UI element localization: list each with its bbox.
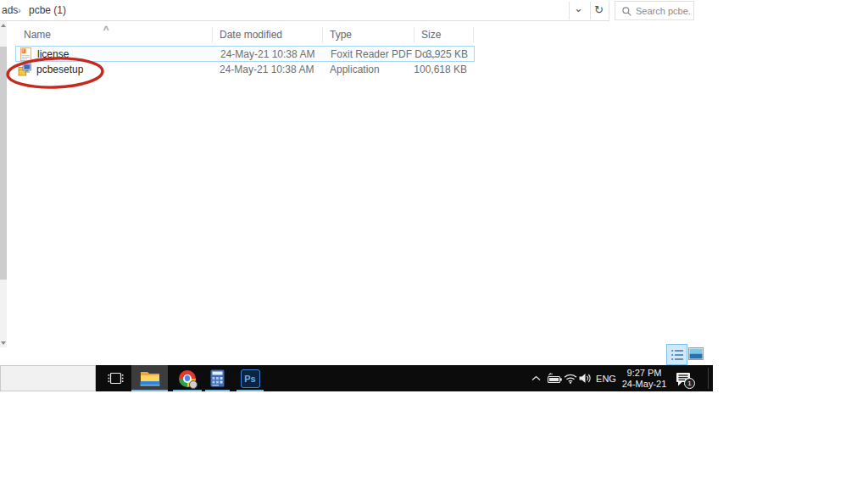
- file-row-license[interactable]: f license 24-May-21 10:38 AM Foxit Reade…: [15, 46, 475, 62]
- volume-button[interactable]: [577, 365, 593, 391]
- tray-overflow-button[interactable]: [528, 365, 543, 391]
- file-size: 3,925 KB: [399, 48, 468, 60]
- column-header-name[interactable]: Name: [24, 29, 51, 41]
- running-indicator: [173, 390, 202, 391]
- details-view-icon: [670, 348, 684, 362]
- column-header-date[interactable]: Date modified: [220, 29, 282, 41]
- file-size: 100,618 KB: [398, 64, 467, 75]
- column-divider[interactable]: [414, 27, 415, 42]
- photoshop-icon-label: Ps: [244, 374, 255, 384]
- file-type: Application: [330, 64, 380, 75]
- breadcrumb-current-folder[interactable]: pcbe (1): [29, 4, 66, 16]
- search-input[interactable]: [636, 3, 692, 18]
- photoshop-icon: Ps: [241, 369, 260, 388]
- address-dropdown-icon[interactable]: ⌄: [574, 2, 583, 14]
- search-box[interactable]: [615, 1, 694, 20]
- running-indicator: [205, 390, 230, 391]
- clock[interactable]: 9:27 PM 24-May-21: [618, 365, 670, 391]
- file-explorer-taskbar-button[interactable]: [131, 365, 168, 391]
- clock-time: 9:27 PM: [627, 368, 662, 379]
- details-view-button[interactable]: [666, 344, 687, 365]
- show-desktop-divider[interactable]: [708, 368, 709, 389]
- thumbnail-view-button[interactable]: [688, 347, 704, 360]
- refresh-icon[interactable]: ↻: [594, 3, 604, 16]
- file-date: 24-May-21 10:38 AM: [220, 48, 314, 60]
- file-explorer-icon: [140, 370, 160, 386]
- calculator-taskbar-button[interactable]: [205, 365, 230, 391]
- file-date: 24-May-21 10:38 AM: [220, 64, 314, 75]
- address-separator: [569, 2, 570, 19]
- thumbnail-view-icon: [688, 347, 704, 360]
- calculator-icon: [210, 369, 225, 387]
- column-divider[interactable]: [473, 27, 474, 42]
- network-status-button[interactable]: [562, 365, 578, 391]
- notification-badge: 1: [684, 378, 695, 389]
- language-label: ENG: [596, 374, 616, 384]
- battery-charging-icon: [547, 373, 563, 384]
- screen: ads › pcbe (1) ⌄ ↻ ∧ Name Date modified …: [0, 0, 868, 488]
- nav-scrollbar: [0, 21, 7, 347]
- action-center-button[interactable]: 1: [670, 365, 696, 391]
- file-name: license: [37, 48, 69, 60]
- chrome-badge-icon: [189, 380, 198, 389]
- file-name: pcbesetup: [36, 64, 83, 75]
- task-view-icon: [108, 372, 124, 385]
- chevron-up-icon: [531, 375, 541, 381]
- column-divider[interactable]: [322, 27, 323, 42]
- breadcrumb-separator-icon: ›: [18, 5, 21, 15]
- sort-ascending-icon: ∧: [102, 24, 110, 32]
- chrome-icon: [179, 370, 196, 387]
- battery-status-button[interactable]: [545, 365, 564, 391]
- photoshop-taskbar-button[interactable]: Ps: [236, 365, 264, 391]
- pdf-document-icon: f: [20, 47, 31, 61]
- file-row-pcbesetup[interactable]: pcbesetup 24-May-21 10:38 AM Application…: [15, 62, 475, 78]
- breadcrumb-parent[interactable]: ads: [2, 4, 18, 16]
- address-separator: [609, 2, 609, 19]
- search-icon: [622, 7, 632, 16]
- scroll-down-icon[interactable]: [1, 341, 6, 345]
- taskbar: Ps: [96, 365, 713, 391]
- running-indicator: [236, 390, 264, 391]
- speaker-icon: [579, 373, 592, 384]
- chrome-taskbar-button[interactable]: [173, 365, 202, 391]
- language-indicator[interactable]: ENG: [594, 365, 618, 391]
- taskbar-search-box[interactable]: [0, 365, 96, 391]
- address-bar: ads › pcbe (1) ⌄ ↻: [0, 0, 695, 21]
- column-header-type[interactable]: Type: [330, 29, 352, 41]
- column-divider[interactable]: [212, 27, 213, 42]
- column-header-size[interactable]: Size: [421, 29, 441, 41]
- address-bar-border: [0, 20, 609, 21]
- clock-date: 24-May-21: [622, 379, 667, 390]
- wifi-icon: [564, 374, 577, 384]
- address-separator: [590, 2, 591, 19]
- nav-scrollbar-thumb[interactable]: [0, 47, 7, 280]
- task-view-button[interactable]: [103, 365, 128, 391]
- running-indicator: [131, 390, 168, 391]
- installer-application-icon: [18, 63, 31, 76]
- column-headers: ∧ Name Date modified Type Size: [0, 25, 695, 44]
